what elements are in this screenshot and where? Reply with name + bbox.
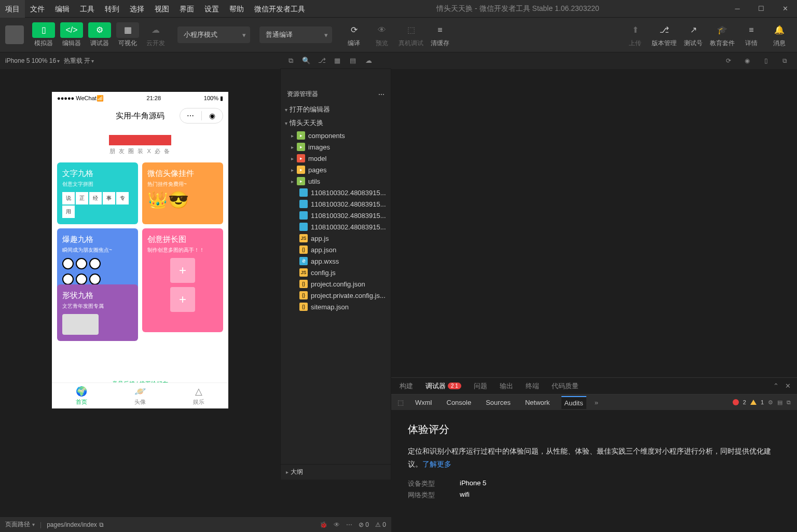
- tab-problems[interactable]: 问题: [472, 381, 489, 391]
- outline-section[interactable]: ▸大纲: [281, 464, 391, 480]
- err-status[interactable]: ⊘ 0: [359, 521, 369, 528]
- warn-status[interactable]: ⚠ 0: [375, 521, 386, 528]
- tab-avatar[interactable]: 🪐头像: [111, 383, 169, 408]
- close-button[interactable]: ✕: [773, 0, 797, 18]
- more-icon[interactable]: ⋯: [346, 521, 352, 528]
- explorer-more-icon[interactable]: ⋯: [378, 91, 384, 98]
- ext-icon[interactable]: ▦: [331, 54, 343, 67]
- open-editors-section[interactable]: ▾打开的编辑器: [281, 103, 391, 116]
- folder-images[interactable]: ▸▸images: [281, 141, 391, 153]
- close-panel-icon[interactable]: ✕: [785, 382, 791, 390]
- clear-cache-button[interactable]: ≡清缓存: [428, 20, 452, 50]
- bug-icon[interactable]: 🐞: [320, 521, 327, 528]
- menu-interface[interactable]: 界面: [174, 0, 199, 18]
- minimize-button[interactable]: ─: [725, 0, 749, 18]
- preview-button[interactable]: 👁预览: [369, 20, 394, 50]
- card-text-grid[interactable]: 文字九格 创意文字拼图 说 正 经 事 专 用: [57, 162, 138, 224]
- menu-project[interactable]: 项目: [0, 0, 25, 18]
- menu-select[interactable]: 选择: [125, 0, 149, 18]
- menu-goto[interactable]: 转到: [100, 0, 125, 18]
- menu-devtools[interactable]: 微信开发者工具: [249, 0, 310, 18]
- git-icon[interactable]: ⎇: [315, 54, 328, 67]
- tab-output[interactable]: 输出: [498, 381, 515, 391]
- ext2-icon[interactable]: ▤: [347, 54, 359, 67]
- maximize-button[interactable]: ☐: [749, 0, 773, 18]
- compile-button[interactable]: ⟳编译: [341, 20, 366, 50]
- gear-icon[interactable]: ⚙: [768, 399, 773, 406]
- menu-tools[interactable]: 工具: [75, 0, 100, 18]
- mode-dropdown[interactable]: 小程序模式: [177, 26, 250, 43]
- page-path[interactable]: pages/index/index ⧉: [47, 521, 104, 528]
- file-item[interactable]: 1108100302.48083915...: [281, 198, 391, 210]
- file-sitemap[interactable]: {}sitemap.json: [281, 301, 391, 312]
- file-item[interactable]: 1108100302.48083915...: [281, 210, 391, 221]
- tab-fun[interactable]: △娱乐: [170, 383, 228, 408]
- detail-button[interactable]: ≡详情: [739, 20, 764, 50]
- user-avatar[interactable]: [5, 25, 24, 44]
- learn-more-link[interactable]: 了解更多: [422, 460, 451, 468]
- device-dropdown[interactable]: iPhone 5 100% 16▾: [5, 57, 60, 64]
- file-item[interactable]: 1108100302.48083915...: [281, 221, 391, 233]
- collapse-icon[interactable]: ⌃: [773, 382, 779, 390]
- dock-icon[interactable]: ▤: [777, 399, 782, 406]
- visual-toggle[interactable]: ▦可视化: [115, 20, 140, 50]
- card-long-image[interactable]: 创意拼长图 制作创意多图的高手！！ + +: [142, 228, 223, 332]
- eye-icon[interactable]: 👁: [334, 521, 340, 528]
- file-config-js[interactable]: JSconfig.js: [281, 267, 391, 278]
- edu-button[interactable]: 🎓教育套件: [709, 20, 736, 50]
- real-device-button[interactable]: ⬚真机调试: [397, 20, 424, 50]
- folder-pages[interactable]: ▸▸pages: [281, 164, 391, 175]
- capsule-close[interactable]: ◉: [202, 112, 223, 120]
- menu-help[interactable]: 帮助: [224, 0, 249, 18]
- card-shape-grid[interactable]: 形状九格 文艺青年发图专属: [57, 284, 138, 341]
- file-app-wxss[interactable]: ₴app.wxss: [281, 255, 391, 267]
- editor-toggle[interactable]: </>编辑器: [59, 20, 84, 50]
- more-tabs-icon[interactable]: »: [595, 399, 598, 406]
- dt-wxml[interactable]: Wxml: [412, 397, 435, 408]
- file-item[interactable]: 1108100302.48083915...: [281, 187, 391, 198]
- folder-components[interactable]: ▸▸components: [281, 130, 391, 141]
- tab-terminal[interactable]: 终端: [524, 381, 541, 391]
- hotreload-dropdown[interactable]: 热重载 开▾: [64, 57, 94, 65]
- file-project-config[interactable]: {}project.config.json: [281, 278, 391, 290]
- rotate-icon[interactable]: ▯: [759, 53, 773, 68]
- dt-audits[interactable]: Audits: [561, 396, 586, 409]
- capsule-menu[interactable]: ⋯: [180, 112, 201, 120]
- tab-home[interactable]: 🌍首页: [52, 383, 111, 408]
- dt-sources[interactable]: Sources: [483, 397, 514, 408]
- tab-debugger[interactable]: 调试器2 1: [423, 381, 463, 391]
- menu-view[interactable]: 视图: [149, 0, 174, 18]
- debugger-toggle[interactable]: ⚙调试器: [87, 20, 112, 50]
- cloud-dev[interactable]: ☁云开发: [143, 20, 168, 50]
- copy-icon[interactable]: ⧉: [99, 521, 104, 528]
- menu-file[interactable]: 文件: [25, 0, 50, 18]
- msg-button[interactable]: 🔔消息: [767, 20, 792, 50]
- card-avatar-frame[interactable]: 微信头像挂件 热门挂件免费用~ 👑😎: [142, 162, 223, 224]
- compile-dropdown[interactable]: 普通编译: [259, 26, 332, 43]
- dt-network[interactable]: Network: [522, 397, 553, 408]
- detach-icon[interactable]: ⧉: [777, 53, 792, 68]
- project-root[interactable]: ▾情头天天换: [281, 116, 391, 130]
- file-app-js[interactable]: JSapp.js: [281, 233, 391, 244]
- file-private-config[interactable]: {}project.private.config.js...: [281, 290, 391, 301]
- tab-quality[interactable]: 代码质量: [549, 381, 581, 391]
- refresh-sim-icon[interactable]: ⟳: [721, 53, 736, 68]
- stop-sim-icon[interactable]: ◉: [740, 53, 754, 68]
- phone-simulator[interactable]: ●●●●● WeChat📶 21:28 100% ▮ 实用-牛角源码 ⋯ ◉ 朋…: [52, 92, 228, 408]
- folder-model[interactable]: ▸▸model: [281, 153, 391, 164]
- page-path-dropdown[interactable]: 页面路径▾: [5, 520, 35, 529]
- test-button[interactable]: ↗测试号: [681, 20, 706, 50]
- folder-utils[interactable]: ▸▸utils: [281, 175, 391, 187]
- menu-settings[interactable]: 设置: [199, 0, 224, 18]
- inspect-icon[interactable]: ⬚: [397, 399, 404, 406]
- search-icon[interactable]: 🔍: [300, 54, 312, 67]
- banner[interactable]: 朋 友 圈 装 X 必 备: [57, 129, 223, 160]
- dock2-icon[interactable]: ⧉: [787, 399, 791, 406]
- tab-build[interactable]: 构建: [397, 381, 415, 391]
- menu-edit[interactable]: 编辑: [50, 0, 75, 18]
- simulator-toggle[interactable]: ▯模拟器: [31, 20, 56, 50]
- file-app-json[interactable]: {}app.json: [281, 244, 391, 255]
- dt-console[interactable]: Console: [444, 397, 475, 408]
- files-icon[interactable]: ⧉: [284, 54, 297, 67]
- upload-button[interactable]: ⬆上传: [623, 20, 648, 50]
